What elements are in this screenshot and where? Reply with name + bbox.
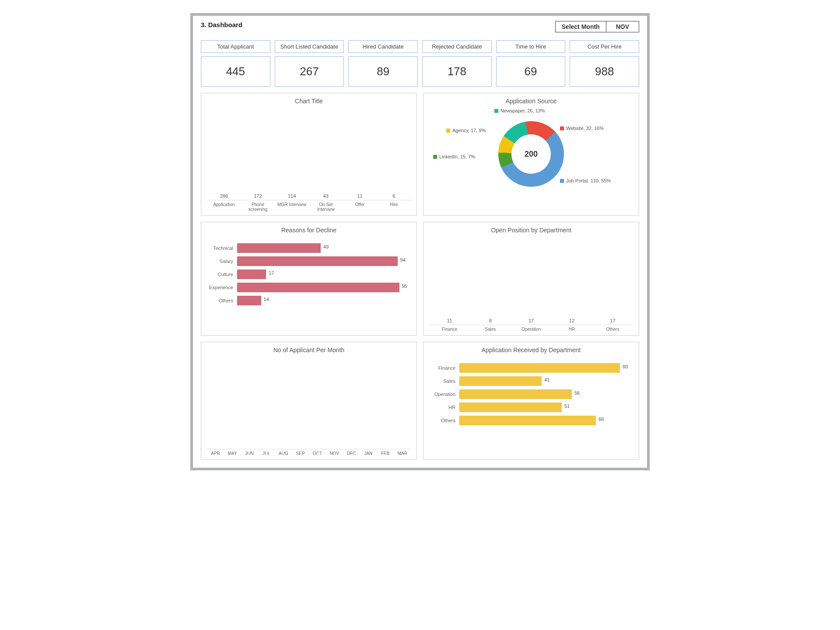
chart-application-source: Application Source 200 Website, 32, 16%J… <box>423 93 639 216</box>
open-xaxis: FinanceSalesOperationHROthers <box>429 325 634 332</box>
data-label: 8 <box>489 318 492 323</box>
bar-track: 49 <box>237 243 408 253</box>
bar-row: Others68 <box>429 416 630 425</box>
bar: 11 <box>344 193 376 200</box>
data-label: 139 <box>314 454 321 459</box>
data-label: 68 <box>230 454 235 459</box>
topbar: 3. Dashboard Select Month NOV <box>201 21 639 32</box>
bar-row: Finance80 <box>429 363 630 373</box>
x-tick-label: On Set Interview <box>310 202 342 212</box>
data-label: 14 <box>264 297 269 302</box>
data-label: 78 <box>383 454 388 459</box>
data-label: 17 <box>269 270 274 276</box>
bar-row: Salary94 <box>206 256 408 266</box>
legend-text: Website, 32, 16% <box>566 126 604 131</box>
data-label: 286 <box>220 193 228 199</box>
data-label: 17 <box>610 318 615 323</box>
x-tick-label: MGR Interview <box>276 202 308 212</box>
data-label: 133 <box>331 454 338 459</box>
legend-text: Newspaper, 26, 13% <box>500 108 545 113</box>
kpi-value-row: 445 267 89 178 69 988 <box>201 56 639 87</box>
kpi-label: Hired Candidate <box>348 40 418 53</box>
bar-row: Operation56 <box>429 389 630 399</box>
bar-row: Others14 <box>206 296 408 305</box>
bar: 43 <box>310 193 342 200</box>
appdept-bars: Finance80Sales41Operation56HR51Others68 <box>429 357 634 431</box>
y-tick-label: Salary <box>206 259 237 264</box>
x-tick-label: Offer <box>344 202 376 212</box>
chart-title: Chart Title <box>206 98 411 105</box>
bar-track: 80 <box>459 363 630 373</box>
data-label: 68 <box>598 416 604 422</box>
y-tick-label: Culture <box>206 272 237 277</box>
bar-row: Sales41 <box>429 376 630 386</box>
bar-row: Technical49 <box>206 243 408 253</box>
chart-title: Open Position by Department <box>429 227 634 234</box>
x-tick-label: Application <box>208 202 240 212</box>
month-selector-value: NOV <box>606 21 639 32</box>
data-label: 12 <box>569 318 574 323</box>
data-label: 41 <box>544 377 550 382</box>
donut-center-label: 200 <box>511 134 551 174</box>
data-label: 137 <box>348 454 355 459</box>
legend-item: Newspaper, 26, 13% <box>494 108 545 113</box>
x-tick-label: Operation <box>512 327 550 332</box>
bar: 8 <box>471 318 509 325</box>
legend-swatch <box>433 155 437 159</box>
page-title: 3. Dashboard <box>201 21 242 28</box>
bar-track: 41 <box>459 376 630 386</box>
bar-row: Experience95 <box>206 283 408 292</box>
legend-swatch <box>494 109 498 113</box>
legend-item: Agency, 17, 9% <box>446 128 486 133</box>
y-tick-label: HR <box>429 405 459 410</box>
bar-track: 68 <box>459 416 630 425</box>
data-label: 71 <box>247 454 252 459</box>
kpi-label: Total Applicant <box>201 40 270 53</box>
month-bars: 9568711245214313913313712878117 <box>206 357 411 449</box>
y-tick-label: Experience <box>206 285 237 290</box>
bar-rect <box>459 402 562 412</box>
data-label: 49 <box>323 244 329 249</box>
data-label: 143 <box>297 454 304 459</box>
data-label: 43 <box>323 193 329 199</box>
kpi-value: 445 <box>201 56 270 87</box>
chart-title: No of Applicant Per Month <box>206 346 411 354</box>
y-tick-label: Technical <box>206 245 237 251</box>
bar: 17 <box>594 318 632 325</box>
kpi-value: 89 <box>348 56 418 87</box>
bar-rect <box>237 256 398 266</box>
data-label: 56 <box>574 390 580 396</box>
legend-swatch <box>560 179 564 183</box>
bar-track: 17 <box>237 270 408 279</box>
month-selector[interactable]: Select Month NOV <box>555 21 639 32</box>
charts-grid: Chart Title 28617211443116 ApplicationPh… <box>201 93 639 460</box>
bar: 172 <box>242 193 274 200</box>
dashboard-frame: 3. Dashboard Select Month NOV Total Appl… <box>190 13 650 470</box>
data-label: 51 <box>564 403 570 409</box>
legend-item: LinkedIn, 15, 7% <box>433 154 475 159</box>
bar-track: 56 <box>459 389 630 399</box>
kpi-label: Time to Hire <box>496 40 566 53</box>
chart-title: Reasons for Decline <box>206 227 411 234</box>
x-tick-label: Hire <box>378 202 410 212</box>
bar-rect <box>459 363 620 373</box>
data-label: 114 <box>288 193 296 199</box>
data-label: 80 <box>623 364 628 369</box>
chart-title: Application Source <box>429 98 634 105</box>
bar-rect <box>459 389 572 399</box>
y-tick-label: Others <box>206 298 237 303</box>
chart-title: Application Received by Department <box>429 346 634 354</box>
decline-bars: Technical49Salary94Culture17Experience95… <box>206 237 411 312</box>
chart-open-by-dept: Open Position by Department 118171217 Fi… <box>423 222 639 336</box>
data-label: 128 <box>365 454 372 459</box>
legend-text: Job Portal, 110, 55% <box>566 178 611 183</box>
data-label: 95 <box>213 454 218 459</box>
kpi-label: Short Listed Candidate <box>275 40 344 53</box>
bar: 6 <box>378 193 410 200</box>
legend-text: LinkedIn, 15, 7% <box>439 154 475 159</box>
kpi-value: 267 <box>275 56 344 87</box>
data-label: 52 <box>281 454 286 459</box>
kpi-value: 178 <box>422 56 492 87</box>
bar: 12 <box>553 318 591 325</box>
donut-wrap: 200 Website, 32, 16%Job Portal, 110, 55%… <box>429 108 634 200</box>
